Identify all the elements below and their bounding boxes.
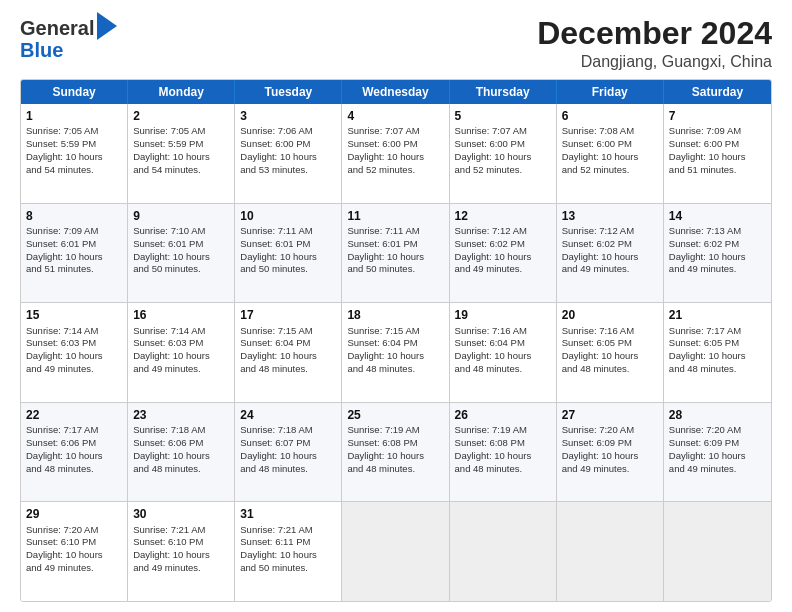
calendar-body: 1Sunrise: 7:05 AMSunset: 5:59 PMDaylight… xyxy=(21,104,771,601)
day-info-line: Daylight: 10 hours xyxy=(562,151,658,164)
day-info-line: Daylight: 10 hours xyxy=(347,251,443,264)
day-number: 26 xyxy=(455,407,551,423)
day-info-line: Daylight: 10 hours xyxy=(455,450,551,463)
day-info-line: Daylight: 10 hours xyxy=(562,350,658,363)
calendar-cell: 7Sunrise: 7:09 AMSunset: 6:00 PMDaylight… xyxy=(664,104,771,203)
day-info-line: Sunrise: 7:15 AM xyxy=(347,325,443,338)
day-number: 19 xyxy=(455,307,551,323)
calendar-cell: 31Sunrise: 7:21 AMSunset: 6:11 PMDayligh… xyxy=(235,502,342,601)
day-info-line: and 49 minutes. xyxy=(669,263,766,276)
header-day-thursday: Thursday xyxy=(450,80,557,104)
day-info-line: and 50 minutes. xyxy=(133,263,229,276)
day-info-line: Sunset: 6:04 PM xyxy=(240,337,336,350)
day-info-line: Sunrise: 7:16 AM xyxy=(455,325,551,338)
header: General Blue December 2024 Dangjiang, Gu… xyxy=(20,16,772,71)
logo-blue: Blue xyxy=(20,40,117,60)
day-info-line: Sunrise: 7:18 AM xyxy=(133,424,229,437)
day-info-line: and 48 minutes. xyxy=(455,463,551,476)
calendar-cell: 4Sunrise: 7:07 AMSunset: 6:00 PMDaylight… xyxy=(342,104,449,203)
day-info-line: Sunrise: 7:10 AM xyxy=(133,225,229,238)
day-info-line: Sunset: 6:07 PM xyxy=(240,437,336,450)
logo-arrow-icon xyxy=(97,12,117,40)
day-info-line: Daylight: 10 hours xyxy=(26,251,122,264)
day-info-line: Daylight: 10 hours xyxy=(669,350,766,363)
day-info-line: and 48 minutes. xyxy=(562,363,658,376)
day-info-line: Daylight: 10 hours xyxy=(240,549,336,562)
day-info-line: and 48 minutes. xyxy=(455,363,551,376)
day-info-line: Sunset: 6:10 PM xyxy=(26,536,122,549)
day-info-line: and 52 minutes. xyxy=(455,164,551,177)
day-info-line: Sunrise: 7:13 AM xyxy=(669,225,766,238)
calendar: SundayMondayTuesdayWednesdayThursdayFrid… xyxy=(20,79,772,602)
day-number: 2 xyxy=(133,108,229,124)
day-number: 12 xyxy=(455,208,551,224)
day-info-line: and 49 minutes. xyxy=(562,263,658,276)
day-number: 21 xyxy=(669,307,766,323)
logo-general: General xyxy=(20,18,94,38)
day-info-line: Sunset: 5:59 PM xyxy=(26,138,122,151)
calendar-cell: 30Sunrise: 7:21 AMSunset: 6:10 PMDayligh… xyxy=(128,502,235,601)
day-info-line: Daylight: 10 hours xyxy=(240,251,336,264)
day-info-line: and 49 minutes. xyxy=(562,463,658,476)
day-info-line: and 48 minutes. xyxy=(669,363,766,376)
day-info-line: Sunset: 6:00 PM xyxy=(669,138,766,151)
logo: General Blue xyxy=(20,16,117,60)
calendar-cell: 16Sunrise: 7:14 AMSunset: 6:03 PMDayligh… xyxy=(128,303,235,402)
day-number: 17 xyxy=(240,307,336,323)
header-day-sunday: Sunday xyxy=(21,80,128,104)
day-info-line: Sunrise: 7:09 AM xyxy=(669,125,766,138)
day-info-line: and 48 minutes. xyxy=(26,463,122,476)
logo-name: General Blue xyxy=(20,16,117,60)
calendar-cell: 27Sunrise: 7:20 AMSunset: 6:09 PMDayligh… xyxy=(557,403,664,502)
day-number: 22 xyxy=(26,407,122,423)
calendar-cell: 29Sunrise: 7:20 AMSunset: 6:10 PMDayligh… xyxy=(21,502,128,601)
calendar-cell: 21Sunrise: 7:17 AMSunset: 6:05 PMDayligh… xyxy=(664,303,771,402)
calendar-cell: 3Sunrise: 7:06 AMSunset: 6:00 PMDaylight… xyxy=(235,104,342,203)
calendar-cell: 6Sunrise: 7:08 AMSunset: 6:00 PMDaylight… xyxy=(557,104,664,203)
day-info-line: Daylight: 10 hours xyxy=(133,450,229,463)
calendar-cell: 22Sunrise: 7:17 AMSunset: 6:06 PMDayligh… xyxy=(21,403,128,502)
header-day-monday: Monday xyxy=(128,80,235,104)
day-info-line: Sunset: 6:08 PM xyxy=(347,437,443,450)
day-info-line: Sunrise: 7:15 AM xyxy=(240,325,336,338)
day-info-line: and 48 minutes. xyxy=(347,463,443,476)
calendar-row-1: 1Sunrise: 7:05 AMSunset: 5:59 PMDaylight… xyxy=(21,104,771,204)
day-info-line: and 50 minutes. xyxy=(240,263,336,276)
day-info-line: Sunset: 6:00 PM xyxy=(562,138,658,151)
day-info-line: Sunset: 6:00 PM xyxy=(347,138,443,151)
day-info-line: Sunrise: 7:05 AM xyxy=(133,125,229,138)
day-info-line: Sunset: 6:04 PM xyxy=(455,337,551,350)
calendar-cell: 18Sunrise: 7:15 AMSunset: 6:04 PMDayligh… xyxy=(342,303,449,402)
day-info-line: Sunset: 6:10 PM xyxy=(133,536,229,549)
day-info-line: Sunset: 6:00 PM xyxy=(455,138,551,151)
day-info-line: Sunrise: 7:20 AM xyxy=(562,424,658,437)
calendar-cell: 25Sunrise: 7:19 AMSunset: 6:08 PMDayligh… xyxy=(342,403,449,502)
day-info-line: Daylight: 10 hours xyxy=(455,151,551,164)
day-info-line: and 51 minutes. xyxy=(669,164,766,177)
day-info-line: Sunrise: 7:11 AM xyxy=(347,225,443,238)
day-info-line: Sunrise: 7:19 AM xyxy=(347,424,443,437)
day-number: 8 xyxy=(26,208,122,224)
header-day-wednesday: Wednesday xyxy=(342,80,449,104)
day-number: 9 xyxy=(133,208,229,224)
day-info-line: and 49 minutes. xyxy=(669,463,766,476)
day-info-line: Daylight: 10 hours xyxy=(669,450,766,463)
calendar-cell: 26Sunrise: 7:19 AMSunset: 6:08 PMDayligh… xyxy=(450,403,557,502)
day-info-line: Sunset: 6:02 PM xyxy=(455,238,551,251)
day-info-line: and 48 minutes. xyxy=(240,363,336,376)
day-number: 31 xyxy=(240,506,336,522)
day-number: 20 xyxy=(562,307,658,323)
day-info-line: Sunrise: 7:18 AM xyxy=(240,424,336,437)
calendar-cell: 19Sunrise: 7:16 AMSunset: 6:04 PMDayligh… xyxy=(450,303,557,402)
calendar-cell: 13Sunrise: 7:12 AMSunset: 6:02 PMDayligh… xyxy=(557,204,664,303)
day-number: 11 xyxy=(347,208,443,224)
calendar-header: SundayMondayTuesdayWednesdayThursdayFrid… xyxy=(21,80,771,104)
day-info-line: and 54 minutes. xyxy=(133,164,229,177)
calendar-cell: 23Sunrise: 7:18 AMSunset: 6:06 PMDayligh… xyxy=(128,403,235,502)
calendar-row-5: 29Sunrise: 7:20 AMSunset: 6:10 PMDayligh… xyxy=(21,502,771,601)
calendar-cell: 2Sunrise: 7:05 AMSunset: 5:59 PMDaylight… xyxy=(128,104,235,203)
day-info-line: Sunset: 6:01 PM xyxy=(347,238,443,251)
day-info-line: Daylight: 10 hours xyxy=(455,350,551,363)
day-info-line: and 49 minutes. xyxy=(455,263,551,276)
day-info-line: Sunrise: 7:07 AM xyxy=(347,125,443,138)
